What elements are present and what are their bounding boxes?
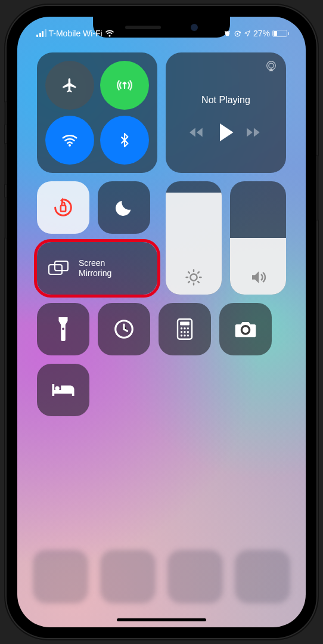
music-panel[interactable]: Not Playing	[166, 52, 286, 173]
volume-up-button	[4, 143, 7, 185]
cellular-data-toggle[interactable]	[100, 61, 149, 110]
status-left: T-Mobile Wi-Fi	[17, 21, 114, 45]
calculator-button[interactable]	[159, 303, 211, 355]
now-playing-label: Not Playing	[201, 95, 250, 106]
carrier-label: T-Mobile Wi-Fi	[49, 29, 103, 38]
back-icon[interactable]	[190, 126, 205, 139]
screen-mirroring-button[interactable]: Screen Mirroring	[37, 242, 157, 295]
timer-icon	[113, 318, 135, 340]
cellular-icon	[116, 76, 133, 94]
svg-rect-0	[237, 32, 238, 34]
screen-mirroring-icon	[46, 259, 70, 278]
location-icon	[244, 30, 251, 37]
svg-point-1	[69, 144, 71, 147]
connectivity-panel[interactable]	[37, 52, 157, 173]
wifi-toggle[interactable]	[45, 116, 94, 165]
device-frame: T-Mobile Wi-Fi 27%	[7, 6, 316, 638]
sleep-mode-button[interactable]	[37, 364, 89, 416]
volume-down-button	[4, 197, 7, 239]
play-icon[interactable]	[218, 123, 234, 141]
battery-icon	[272, 30, 289, 37]
bed-icon	[51, 381, 76, 399]
alarm-icon	[223, 30, 231, 38]
timer-button[interactable]	[98, 303, 150, 355]
svg-point-3	[269, 63, 274, 68]
battery-pct-label: 27%	[253, 29, 270, 38]
wifi-icon	[61, 131, 79, 149]
wifi-icon	[105, 30, 114, 37]
svg-point-19	[187, 335, 189, 336]
svg-point-17	[181, 335, 182, 336]
svg-point-13	[187, 327, 189, 329]
svg-rect-10	[180, 321, 190, 325]
airplay-icon[interactable]	[265, 60, 278, 73]
svg-point-11	[181, 327, 182, 329]
lock-rotation-icon	[234, 30, 241, 38]
bluetooth-toggle[interactable]	[100, 116, 149, 165]
svg-rect-4	[61, 206, 66, 212]
camera-button[interactable]	[219, 303, 272, 355]
flashlight-icon	[55, 317, 71, 341]
rotation-lock-toggle[interactable]	[37, 181, 89, 234]
forward-icon[interactable]	[247, 126, 262, 139]
airplane-mode-toggle[interactable]	[45, 61, 94, 110]
svg-point-7	[190, 274, 197, 280]
bluetooth-icon	[117, 132, 132, 148]
do-not-disturb-toggle[interactable]	[98, 181, 150, 234]
dock-blur	[33, 550, 290, 603]
home-indicator[interactable]	[117, 618, 206, 621]
calculator-icon	[176, 318, 193, 340]
status-bar: T-Mobile Wi-Fi 27%	[17, 21, 306, 45]
brightness-slider[interactable]	[166, 181, 222, 295]
screen: T-Mobile Wi-Fi 27%	[17, 17, 306, 627]
svg-point-18	[184, 335, 185, 336]
rotation-lock-icon	[51, 196, 75, 219]
status-right: 27%	[223, 21, 306, 45]
signal-icon	[36, 30, 46, 37]
volume-icon	[249, 268, 267, 286]
svg-point-12	[184, 327, 185, 329]
svg-point-15	[184, 331, 185, 333]
camera-icon	[234, 320, 257, 339]
moon-icon	[114, 197, 134, 218]
brightness-icon	[185, 268, 203, 286]
control-center: Not Playing	[37, 52, 286, 416]
silent-switch	[4, 101, 7, 125]
screen-mirroring-label: Screen Mirroring	[79, 258, 111, 278]
airplane-icon	[61, 77, 78, 94]
svg-point-14	[181, 331, 182, 333]
power-button	[316, 155, 319, 221]
flashlight-button[interactable]	[37, 303, 89, 355]
volume-slider[interactable]	[230, 181, 286, 295]
svg-point-16	[187, 331, 189, 333]
